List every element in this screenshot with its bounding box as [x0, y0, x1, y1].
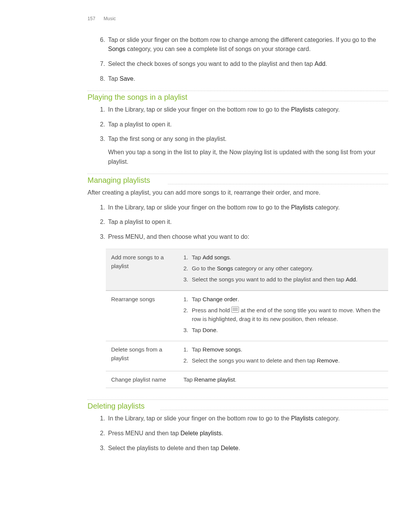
step-text: Tap	[192, 254, 202, 260]
emphasis: Playlists	[291, 106, 314, 113]
list-number: 2.	[96, 120, 105, 129]
step-text: Go to the	[192, 265, 217, 272]
page-content: 6. Tap or slide your finger on the botto…	[0, 35, 411, 453]
emphasis: Change order	[202, 296, 237, 302]
list-item: 7. Select the check boxes of songs you w…	[107, 59, 388, 69]
list-item: 6. Tap or slide your finger on the botto…	[107, 35, 388, 54]
sub-steps: 1.Tap Remove songs. 2.Select the songs y…	[183, 345, 383, 365]
step-text: In the Library, tap or slide your finger…	[108, 415, 291, 422]
step-text: Press MENU and then tap	[108, 430, 180, 436]
list-number: 8.	[96, 74, 105, 84]
list-number: 2.	[183, 264, 190, 273]
table-row: Delete songs from a playlist 1.Tap Remov…	[106, 341, 388, 371]
emphasis: Remove songs	[202, 346, 241, 353]
list-item: 1.Tap Remove songs.	[183, 345, 383, 354]
step-text: Tap or slide your finger on the bottom r…	[108, 37, 376, 43]
emphasis: Rename playlist	[194, 376, 235, 383]
step-text: category, you can see a complete list of…	[125, 46, 311, 52]
step-text: Tap	[183, 376, 194, 383]
list-number: 1.	[183, 295, 190, 304]
intro-steps-list: 6. Tap or slide your finger on the botto…	[88, 35, 388, 84]
step-text: category.	[314, 106, 340, 113]
list-item: 2. Tap a playlist to open it.	[107, 120, 388, 129]
table-row: Rearrange songs 1.Tap Change order. 2.Pr…	[106, 291, 388, 341]
step-text: Tap	[192, 296, 202, 302]
document-page: 157 Music 6. Tap or slide your finger on…	[0, 0, 411, 532]
emphasis: Add	[346, 276, 356, 283]
list-item: 1. In the Library, tap or slide your fin…	[107, 203, 388, 212]
page-section: Music	[104, 16, 116, 21]
step-text: Select the check boxes of songs you want…	[108, 61, 315, 67]
step-text: Tap a playlist to open it.	[108, 121, 172, 128]
action-steps: 1.Tap Remove songs. 2.Select the songs y…	[178, 341, 388, 371]
list-item: 2.Select the songs you want to delete an…	[183, 356, 383, 365]
step-text: category.	[314, 415, 340, 422]
step-text: .	[241, 346, 242, 353]
playing-steps-list: 1. In the Library, tap or slide your fin…	[88, 105, 388, 167]
list-item: 3.Tap Done.	[183, 326, 383, 334]
list-number: 2.	[183, 306, 190, 315]
section-title: Deleting playlists	[88, 400, 149, 412]
step-text: Tap	[192, 346, 202, 353]
action-label: Add more songs to a playlist	[106, 249, 178, 290]
emphasis: Done	[202, 327, 216, 333]
list-item: 1. In the Library, tap or slide your fin…	[107, 105, 388, 115]
list-item: 1. In the Library, tap or slide your fin…	[107, 414, 388, 423]
step-text: Tap	[108, 75, 119, 82]
step-text: Tap a playlist to open it.	[108, 219, 172, 225]
action-steps: 1.Tap Add songs. 2.Go to the Songs categ…	[178, 249, 388, 290]
step-text: .	[325, 61, 327, 67]
deleting-steps-list: 1. In the Library, tap or slide your fin…	[88, 414, 388, 453]
list-item: 1.Tap Change order.	[183, 295, 383, 304]
section-heading-managing: Managing playlists	[88, 174, 388, 184]
step-text: Press and hold	[192, 307, 231, 313]
step-text: category.	[314, 204, 340, 211]
step-text: In the Library, tap or slide your finger…	[108, 106, 291, 113]
action-label: Rearrange songs	[106, 291, 178, 341]
list-item: 3. Press MENU, and then choose what you …	[107, 232, 388, 242]
step-text: .	[238, 445, 240, 451]
list-item: 2. Tap a playlist to open it.	[107, 217, 388, 227]
step-text: In the Library, tap or slide your finger…	[108, 204, 291, 211]
emphasis: Playlists	[291, 204, 314, 211]
emphasis: Delete playlists	[180, 430, 221, 436]
list-number: 1.	[96, 414, 105, 423]
emphasis: Add songs	[202, 254, 229, 260]
step-extra: When you tap a song in the list to play …	[108, 148, 388, 167]
emphasis: Delete	[221, 445, 238, 451]
managing-intro: After creating a playlist, you can add m…	[88, 188, 388, 198]
list-number: 2.	[96, 429, 105, 438]
list-item: 3.Select the songs you want to add to th…	[183, 275, 383, 284]
list-item: 3. Tap the first song or any song in the…	[107, 134, 388, 166]
managing-steps-list: 1. In the Library, tap or slide your fin…	[88, 203, 388, 242]
emphasis: Save	[119, 75, 133, 82]
emphasis: Remove	[317, 357, 338, 364]
list-number: 1.	[96, 105, 105, 115]
section-title: Managing playlists	[88, 174, 155, 186]
step-text: .	[356, 276, 357, 283]
list-number: 7.	[96, 59, 105, 69]
table-row: Change playlist name Tap Rename playlist…	[106, 371, 388, 388]
list-number: 1.	[96, 203, 105, 212]
divider	[88, 174, 388, 174]
list-item: 3. Select the playlists to delete and th…	[107, 444, 388, 453]
emphasis: Songs	[217, 265, 233, 272]
action-label: Change playlist name	[106, 371, 178, 388]
emphasis: Add	[315, 61, 325, 67]
list-number: 3.	[96, 232, 105, 242]
list-number: 1.	[183, 345, 190, 354]
action-steps: 1.Tap Change order. 2.Press and hold at …	[178, 291, 388, 341]
step-text: .	[235, 376, 236, 383]
sub-steps: 1.Tap Add songs. 2.Go to the Songs categ…	[183, 253, 383, 284]
step-text: .	[216, 327, 218, 333]
list-number: 3.	[96, 444, 105, 453]
step-text: Select the songs you want to delete and …	[192, 357, 317, 364]
step-text: .	[134, 75, 135, 82]
drag-handle-icon	[231, 307, 239, 313]
divider	[88, 399, 388, 400]
step-text: Press MENU, and then choose what you wan…	[108, 233, 249, 240]
list-number: 2.	[183, 356, 190, 365]
step-text: .	[237, 296, 239, 302]
step-text: Tap the first song or any song in the pl…	[108, 136, 226, 142]
list-item: 1.Tap Add songs.	[183, 253, 383, 262]
